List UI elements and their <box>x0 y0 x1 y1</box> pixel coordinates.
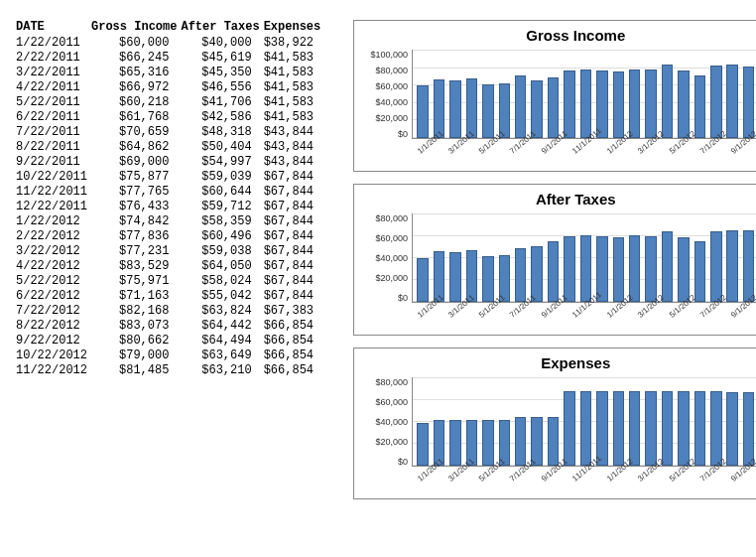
cell-gross: $71,163 <box>91 289 181 304</box>
bar <box>613 391 624 466</box>
cell-exp: $67,844 <box>264 170 325 185</box>
cell-exp: $67,844 <box>264 244 325 259</box>
bar-slot <box>480 50 496 138</box>
bar <box>710 391 721 466</box>
cell-date: 9/22/2011 <box>16 155 91 170</box>
bar-slot <box>463 213 479 302</box>
cell-after: $63,649 <box>181 348 263 363</box>
table-body: 1/22/2011$60,000$40,000$38,9222/22/2011$… <box>16 36 325 378</box>
cell-gross: $76,433 <box>91 200 181 214</box>
cell-after: $54,997 <box>181 155 263 170</box>
table-row: 8/22/2011$64,862$50,404$43,844 <box>16 140 325 155</box>
cell-exp: $67,844 <box>264 214 325 229</box>
table-row: 8/22/2012$83,073$64,442$66,854 <box>16 319 325 334</box>
bar <box>564 391 574 466</box>
cell-exp: $66,854 <box>264 363 325 378</box>
y-tick: $0 <box>398 129 408 139</box>
chart-title: Expenses <box>360 354 756 371</box>
bar <box>629 235 640 302</box>
cell-gross: $65,316 <box>91 66 181 80</box>
bar-slot <box>447 377 463 466</box>
bar-slot <box>724 213 740 302</box>
y-tick: $0 <box>398 457 408 467</box>
col-after: After Taxes <box>181 20 263 36</box>
table-row: 7/22/2012$82,168$63,824$67,383 <box>16 304 325 319</box>
page-root: DATE Gross Income After Taxes Expenses 1… <box>0 0 756 519</box>
cell-date: 6/22/2012 <box>16 289 91 304</box>
bar <box>710 66 721 138</box>
cell-date: 7/22/2012 <box>16 304 91 319</box>
cell-gross: $60,218 <box>91 95 181 110</box>
table-row: 2/22/2011$66,245$45,619$41,583 <box>16 51 325 66</box>
cell-gross: $83,073 <box>91 319 181 334</box>
bar <box>548 77 559 138</box>
bar-slot <box>577 50 593 138</box>
cell-exp: $41,583 <box>264 66 325 80</box>
cell-gross: $70,659 <box>91 125 181 140</box>
chart-area: $80,000$60,000$40,000$20,000$0 <box>360 377 756 467</box>
bar-slot <box>643 213 659 302</box>
bar <box>726 65 737 138</box>
bar-slot <box>545 50 561 138</box>
cell-date: 5/22/2012 <box>16 274 91 289</box>
bar <box>449 252 460 302</box>
bar-slot <box>740 377 756 466</box>
bar <box>449 420 460 466</box>
bar <box>694 241 705 302</box>
bar-slot <box>513 213 529 302</box>
bar <box>417 85 428 138</box>
cell-exp: $66,854 <box>264 348 325 363</box>
cell-date: 2/22/2012 <box>16 229 91 244</box>
bar-slot <box>529 377 545 466</box>
bar <box>564 236 574 302</box>
bar-slot <box>480 213 496 302</box>
x-axis: 1/1/20113/1/20115/1/20117/1/20119/1/2011… <box>412 305 756 333</box>
cell-date: 1/22/2012 <box>16 214 91 229</box>
bar <box>580 70 591 138</box>
cell-after: $60,644 <box>181 185 263 200</box>
bar-slot <box>562 377 577 466</box>
bar <box>531 80 542 138</box>
chart-area: $100,000$80,000$60,000$40,000$20,000$0 <box>360 50 756 139</box>
cell-after: $45,619 <box>181 51 263 66</box>
bar-slot <box>626 213 642 302</box>
x-axis: 1/1/20113/1/20115/1/20117/1/20119/1/2011… <box>412 141 756 169</box>
y-tick: $60,000 <box>375 233 408 243</box>
bar <box>466 78 477 138</box>
bar-slot <box>513 50 529 138</box>
y-tick: $40,000 <box>375 97 408 107</box>
cell-exp: $67,844 <box>264 229 325 244</box>
bar-slot <box>676 213 692 302</box>
table-row: 1/22/2011$60,000$40,000$38,922 <box>16 36 325 51</box>
bar <box>482 84 493 138</box>
y-axis: $80,000$60,000$40,000$20,000$0 <box>360 377 412 467</box>
cell-date: 8/22/2011 <box>16 140 91 155</box>
bar-slot <box>447 213 463 302</box>
cell-exp: $67,844 <box>264 274 325 289</box>
bar-slot <box>415 50 431 138</box>
cell-after: $59,038 <box>181 244 263 259</box>
charts-container: Gross Income$100,000$80,000$60,000$40,00… <box>353 20 756 499</box>
bar-slot <box>545 213 561 302</box>
col-exp: Expenses <box>264 20 325 36</box>
cell-exp: $66,854 <box>264 334 325 348</box>
cell-exp: $43,844 <box>264 155 325 170</box>
bar <box>743 67 754 138</box>
cell-date: 4/22/2012 <box>16 259 91 274</box>
cell-exp: $41,583 <box>264 110 325 125</box>
bar-slot <box>562 213 577 302</box>
bar <box>564 70 574 138</box>
cell-date: 8/22/2012 <box>16 319 91 334</box>
cell-gross: $74,842 <box>91 214 181 229</box>
bar <box>548 417 559 466</box>
bar-slot <box>496 377 512 466</box>
bar-slot <box>724 377 740 466</box>
cell-after: $64,494 <box>181 334 263 348</box>
cell-gross: $81,485 <box>91 363 181 378</box>
cell-gross: $66,245 <box>91 51 181 66</box>
bar-slot <box>610 50 626 138</box>
bar-slot <box>496 213 512 302</box>
bar <box>580 391 591 466</box>
bar-slot <box>626 377 642 466</box>
cell-exp: $67,844 <box>264 259 325 274</box>
